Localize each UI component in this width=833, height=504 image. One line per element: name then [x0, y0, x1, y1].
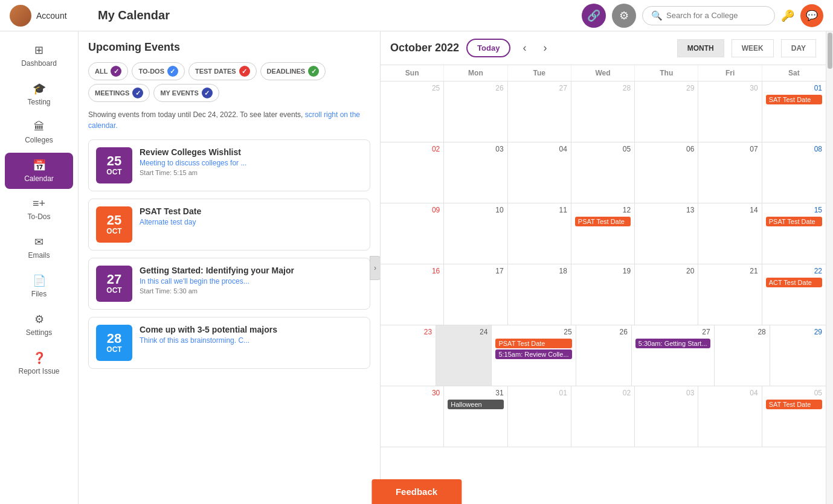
- next-month-button[interactable]: ›: [538, 39, 552, 57]
- cal-cell[interactable]: 31Halloween: [444, 386, 507, 447]
- cell-number: 22: [766, 267, 822, 275]
- filter-btn-deadlines[interactable]: DEADLINES✓: [260, 62, 326, 80]
- cal-cell[interactable]: 07: [698, 142, 762, 203]
- calendar-event[interactable]: PSAT Test Date: [575, 217, 631, 226]
- collapse-button[interactable]: ›: [370, 256, 381, 280]
- filter-btn-all[interactable]: ALL✓: [88, 62, 128, 80]
- event-desc: Think of this as brainstorming. C...: [140, 336, 362, 345]
- cal-cell[interactable]: 18: [508, 264, 571, 325]
- cell-number: 03: [448, 145, 503, 153]
- cal-cell[interactable]: 25: [381, 81, 444, 142]
- filter-check: ✓: [308, 66, 319, 77]
- cal-cell[interactable]: 10: [444, 203, 507, 264]
- sidebar-item-report-issue[interactable]: ❓Report Issue: [5, 345, 73, 381]
- sidebar-item-testing[interactable]: 🎓Testing: [5, 76, 73, 112]
- settings-icon-button[interactable]: ⚙: [612, 4, 636, 28]
- cell-number: 03: [638, 389, 694, 397]
- key-icon[interactable]: 🔑: [781, 9, 794, 22]
- scroll-thumb[interactable]: [828, 33, 832, 69]
- search-input[interactable]: [666, 11, 763, 20]
- cal-cell[interactable]: 01SAT Test Date: [762, 81, 826, 142]
- cal-cell[interactable]: 12PSAT Test Date: [571, 203, 635, 264]
- calendar-event[interactable]: 5:15am: Review Colle...: [495, 349, 571, 359]
- calendar-scrollbar[interactable]: [826, 31, 833, 504]
- cal-cell[interactable]: 20: [635, 264, 698, 325]
- cal-cell[interactable]: 29: [635, 81, 698, 142]
- cal-cell[interactable]: 13: [635, 203, 698, 264]
- sidebar-item-colleges[interactable]: 🏛Colleges: [5, 115, 73, 150]
- calendar-event[interactable]: PSAT Test Date: [766, 217, 822, 226]
- filter-check: ✓: [202, 88, 213, 98]
- cal-cell[interactable]: 25PSAT Test Date5:15am: Review Colle...: [492, 325, 576, 386]
- event-card[interactable]: 25 OCT PSAT Test Date Alternate test day: [88, 199, 370, 250]
- event-card[interactable]: 28 OCT Come up with 3-5 potential majors…: [88, 317, 370, 369]
- cell-number: 23: [384, 328, 432, 336]
- filter-btn-to-dos[interactable]: TO-DOS✓: [132, 62, 185, 80]
- feedback-button[interactable]: Feedback: [371, 479, 462, 504]
- sidebar-item-files[interactable]: 📄Files: [5, 268, 73, 304]
- filter-btn-meetings[interactable]: MEETINGS✓: [88, 84, 150, 102]
- cal-cell[interactable]: 28: [571, 81, 635, 142]
- cal-cell[interactable]: 05: [571, 142, 635, 203]
- filter-btn-my-events[interactable]: MY EVENTS✓: [153, 84, 219, 102]
- sidebar-item-calendar[interactable]: 📅Calendar: [5, 153, 73, 189]
- cal-cell[interactable]: 06: [635, 142, 698, 203]
- cell-number: 28: [575, 84, 631, 92]
- calendar-event[interactable]: 5:30am: Getting Start...: [635, 339, 710, 348]
- cal-cell[interactable]: 21: [698, 264, 762, 325]
- chat-icon-button[interactable]: 💬: [800, 4, 823, 27]
- cal-cell[interactable]: 23: [381, 325, 436, 386]
- cal-cell[interactable]: 14: [698, 203, 762, 264]
- day-view-button[interactable]: DAY: [781, 39, 816, 57]
- calendar-event[interactable]: SAT Test Date: [766, 400, 822, 409]
- cal-cell[interactable]: 275:30am: Getting Start...: [632, 325, 715, 386]
- filter-btn-test-dates[interactable]: TEST DATES✓: [188, 62, 257, 80]
- calendar-event[interactable]: SAT Test Date: [766, 95, 822, 104]
- sidebar-item-emails[interactable]: ✉Emails: [5, 229, 73, 266]
- cal-cell[interactable]: 19: [571, 264, 635, 325]
- sidebar-item-settings[interactable]: ⚙Settings: [5, 307, 73, 343]
- cal-cell[interactable]: 26: [444, 81, 507, 142]
- avatar[interactable]: [10, 5, 31, 27]
- cal-cell[interactable]: 02: [381, 142, 444, 203]
- cal-cell[interactable]: 03: [635, 386, 698, 447]
- cal-cell[interactable]: 16: [381, 264, 444, 325]
- cal-cell[interactable]: 30: [381, 386, 444, 447]
- cal-cell[interactable]: 01: [508, 386, 571, 447]
- cal-cell[interactable]: 28: [715, 325, 770, 386]
- cal-cell[interactable]: 24: [436, 325, 492, 386]
- week-view-button[interactable]: WEEK: [732, 39, 774, 57]
- cal-cell[interactable]: 26: [576, 325, 632, 386]
- prev-month-button[interactable]: ‹: [518, 39, 531, 57]
- cal-cell[interactable]: 15PSAT Test Date: [762, 203, 826, 264]
- calendar-event[interactable]: PSAT Test Date: [495, 339, 571, 348]
- calendar-event[interactable]: Halloween: [448, 400, 503, 409]
- cell-number: 07: [702, 145, 757, 153]
- today-button[interactable]: Today: [466, 39, 510, 57]
- month-view-button[interactable]: MONTH: [677, 39, 724, 57]
- sidebar-item-dashboard[interactable]: ⊞Dashboard: [5, 37, 73, 74]
- cal-day-header-sun: Sun: [381, 65, 444, 81]
- cal-cell[interactable]: 17: [444, 264, 507, 325]
- scroll-right-link[interactable]: scroll right on the calendar.: [88, 110, 360, 130]
- cal-day-header-wed: Wed: [571, 65, 635, 81]
- cal-cell[interactable]: 05SAT Test Date: [762, 386, 826, 447]
- cal-cell[interactable]: 30: [698, 81, 762, 142]
- sidebar-item-to-dos[interactable]: ≡+To-Dos: [5, 191, 73, 227]
- cal-cell[interactable]: 22ACT Test Date: [762, 264, 826, 325]
- cal-cell[interactable]: 09: [381, 203, 444, 264]
- cell-number: 17: [448, 267, 503, 275]
- cal-cell[interactable]: 08: [762, 142, 826, 203]
- event-card[interactable]: 25 OCT Review Colleges Wishlist Meeting …: [88, 139, 370, 191]
- cal-cell[interactable]: 11: [508, 203, 571, 264]
- link-icon-button[interactable]: 🔗: [582, 4, 606, 28]
- event-month: OCT: [106, 286, 121, 295]
- cal-cell[interactable]: 03: [444, 142, 507, 203]
- cal-cell[interactable]: 04: [508, 142, 571, 203]
- cal-cell[interactable]: 04: [698, 386, 762, 447]
- event-card[interactable]: 27 OCT Getting Started: Identifying your…: [88, 258, 370, 310]
- cal-cell[interactable]: 02: [571, 386, 635, 447]
- calendar-event[interactable]: ACT Test Date: [766, 278, 822, 287]
- cal-cell[interactable]: 27: [508, 81, 571, 142]
- cal-cell[interactable]: 29: [770, 325, 826, 386]
